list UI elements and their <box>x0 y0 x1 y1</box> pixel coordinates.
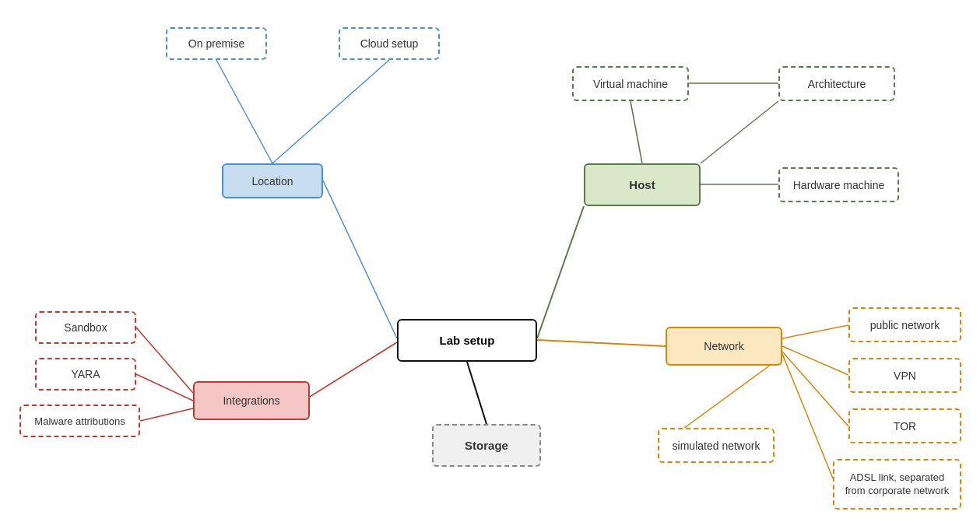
hardware-machine-label: Hardware machine <box>793 179 885 191</box>
adsl-node: ADSL link, separated from corporate netw… <box>833 459 961 510</box>
svg-line-16 <box>782 352 848 426</box>
tor-node: TOR <box>848 408 961 443</box>
svg-line-13 <box>537 340 666 346</box>
svg-line-4 <box>701 101 778 163</box>
lab-setup-node: Lab setup <box>397 319 537 362</box>
tor-label: TOR <box>894 420 916 433</box>
architecture-node: Architecture <box>778 66 895 101</box>
malware-node: Malware attributions <box>19 405 140 437</box>
svg-line-17 <box>782 354 833 478</box>
hardware-machine-node: Hardware machine <box>778 167 899 202</box>
svg-line-7 <box>537 206 584 338</box>
cloud-setup-label: Cloud setup <box>360 37 419 50</box>
on-premise-node: On premise <box>166 27 267 60</box>
svg-line-10 <box>140 408 193 421</box>
integrations-label: Integrations <box>223 394 279 407</box>
adsl-label: ADSL link, separated from corporate netw… <box>839 471 955 498</box>
svg-line-3 <box>631 101 642 163</box>
lab-setup-label: Lab setup <box>440 334 495 347</box>
virtual-machine-node: Virtual machine <box>572 66 689 101</box>
architecture-label: Architecture <box>808 78 866 90</box>
storage-label: Storage <box>465 439 508 452</box>
svg-line-15 <box>782 346 848 375</box>
svg-line-12 <box>467 362 486 424</box>
location-label: Location <box>252 175 293 187</box>
cloud-setup-node: Cloud setup <box>339 27 440 60</box>
svg-line-2 <box>323 180 397 338</box>
host-node: Host <box>584 163 701 206</box>
vpn-label: VPN <box>894 370 916 382</box>
network-label: Network <box>704 340 743 352</box>
yara-node: YARA <box>35 358 136 391</box>
svg-line-0 <box>216 60 272 163</box>
location-node: Location <box>222 163 323 198</box>
yara-label: YARA <box>71 368 100 380</box>
malware-label: Malware attributions <box>34 415 125 427</box>
sandbox-label: Sandbox <box>64 321 107 334</box>
integrations-node: Integrations <box>193 381 310 420</box>
svg-line-8 <box>136 328 193 393</box>
network-node: Network <box>666 327 782 366</box>
simulated-network-node: simulated network <box>658 428 775 463</box>
public-network-node: public network <box>848 307 961 342</box>
host-label: Host <box>629 178 655 191</box>
svg-line-1 <box>272 60 389 163</box>
svg-line-11 <box>310 342 397 397</box>
on-premise-label: On premise <box>188 37 244 50</box>
sandbox-node: Sandbox <box>35 311 136 344</box>
vpn-node: VPN <box>848 358 961 393</box>
public-network-label: public network <box>870 319 940 331</box>
svg-line-14 <box>782 325 848 338</box>
svg-line-9 <box>136 374 193 401</box>
storage-node: Storage <box>432 424 541 467</box>
virtual-machine-label: Virtual machine <box>593 78 668 90</box>
simulated-network-label: simulated network <box>673 440 760 452</box>
